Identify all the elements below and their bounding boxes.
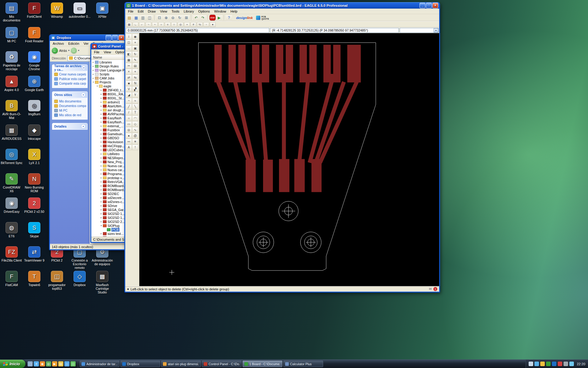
desktop-icon-teamviewer-9[interactable]: ⇄TeamViewer 9: [23, 246, 45, 262]
forward-button[interactable]: →: [71, 48, 77, 54]
tray-usb-icon[interactable]: [564, 362, 568, 366]
dropbox-menu-archivo[interactable]: Archivo: [51, 41, 66, 46]
desktop-icon-drivereasy[interactable]: ◉DriverEasy: [1, 197, 23, 213]
via-drill-button[interactable]: ◎: [178, 22, 183, 27]
redo-button[interactable]: ↷: [200, 15, 206, 21]
tree-expand-icon[interactable]: ▸: [100, 101, 103, 103]
zoom-fit-button[interactable]: ⊡: [156, 15, 163, 21]
eagle-quicklaunch-icon[interactable]: ◫: [70, 361, 76, 366]
display-button[interactable]: %: [197, 22, 203, 27]
rect-tool[interactable]: ▭: [126, 121, 132, 127]
bend-free-button[interactable]: =: [158, 22, 164, 27]
tree-expand-icon[interactable]: ▸: [100, 145, 103, 147]
tree-collapse-icon[interactable]: ▾: [96, 85, 99, 87]
tree-expand-icon[interactable]: ▸: [100, 117, 103, 119]
collapse-chevron-icon[interactable]: »: [81, 93, 85, 97]
desktop-icon-aspire-4-0[interactable]: ▲Aspire 4.0: [1, 76, 23, 92]
pcbquote-logo[interactable]: PCBQUOTE: [256, 16, 269, 20]
internet-explorer-quicklaunch-icon[interactable]: e: [34, 361, 39, 366]
cam-processor-button[interactable]: ◫: [146, 15, 153, 21]
mask-button[interactable]: ▫: [203, 22, 209, 27]
desktop-icon-skype[interactable]: SSkype: [23, 222, 45, 238]
zoom-in-button[interactable]: ⊕: [163, 15, 169, 21]
show-tool[interactable]: ◉: [132, 34, 138, 40]
desktop-icon-maxflash-cartridge-studio[interactable]: ▩Maxflash Cartridge Studio: [91, 271, 113, 294]
tree-expand-icon[interactable]: ▸: [100, 185, 103, 187]
smash-tool[interactable]: ▞: [132, 86, 138, 92]
name-tool[interactable]: N: [132, 80, 138, 86]
pinswap-tool[interactable]: ⇄: [126, 75, 132, 80]
tree-expand-icon[interactable]: ▸: [100, 109, 103, 111]
undo-button[interactable]: ↶: [193, 15, 199, 21]
desktop-icon-lyx-2-1[interactable]: XLyX 2.1: [23, 149, 45, 165]
dropbox-quicklaunch-icon[interactable]: ◇: [64, 361, 70, 366]
tree-expand-icon[interactable]: ▸: [100, 173, 103, 175]
tree-collapse-icon[interactable]: ▾: [92, 81, 95, 83]
taskbar-button-control-panel-c-do[interactable]: Control Panel - C:\Do...: [202, 361, 242, 367]
taskbar-button-1-board-c-docume[interactable]: 1 Board - C:\Docume...: [243, 361, 282, 367]
replace-tool[interactable]: ⇆: [132, 75, 138, 80]
desktop-icon-filezilla-client[interactable]: FZFileZilla Client: [1, 246, 23, 262]
expand-chevron-icon[interactable]: »: [81, 124, 85, 128]
chrome-quicklaunch-icon[interactable]: ◎: [46, 361, 51, 366]
other-places-header[interactable]: Otros sitios »: [52, 92, 87, 98]
hole-button[interactable]: ●: [210, 22, 216, 27]
wire-width-button[interactable]: ≡: [165, 22, 171, 27]
firefox-quicklaunch-icon[interactable]: ◉: [40, 361, 45, 366]
desktop-icon-mi-pc[interactable]: ▢Mi PC: [1, 27, 23, 43]
board-canvas[interactable]: [139, 33, 439, 286]
show-desktop-quicklaunch-icon[interactable]: ▢: [28, 361, 33, 366]
desktop-icon-winamp[interactable]: WWinamp: [46, 2, 68, 18]
tree-expand-icon[interactable]: ▸: [100, 197, 103, 199]
eagle-menu-edit[interactable]: Edit: [136, 9, 146, 14]
route-tool[interactable]: ╱: [126, 104, 132, 109]
value-tool[interactable]: V: [126, 86, 132, 92]
task-item-mi-pc[interactable]: Mi PC: [54, 108, 86, 113]
grid-button[interactable]: ▦: [126, 22, 132, 27]
move-tool[interactable]: ↔: [126, 45, 132, 51]
stop-button[interactable]: STOP: [209, 15, 216, 21]
cp-menu-file[interactable]: File: [92, 50, 102, 55]
back-button[interactable]: ← Atrás ▾: [52, 48, 70, 54]
tree-expand-icon[interactable]: ▸: [100, 141, 103, 143]
tree-expand-icon[interactable]: ▸: [100, 161, 103, 163]
desktop-icon-topwin6[interactable]: TTopwin6: [23, 271, 45, 287]
attribute-tool[interactable]: @: [132, 133, 138, 139]
tree-expand-icon[interactable]: ▸: [100, 217, 103, 219]
task-item-documentos-compartid[interactable]: Documentos compartid...: [54, 104, 86, 108]
desktop-icon-inkscape[interactable]: ◆Inkscape: [23, 125, 45, 140]
desktop-icon-papelera-de-reciclaje[interactable]: ♻Papelera de reciclaje: [1, 51, 23, 71]
desktop-icon-google-chrome[interactable]: ◉Google Chrome: [23, 51, 45, 71]
tray-volume-icon[interactable]: [529, 362, 533, 366]
tray-dropbox-icon[interactable]: [552, 362, 556, 366]
warning-icon[interactable]: !: [433, 287, 437, 291]
task-item-publicar-esta-carpeta-e[interactable]: Publicar esta carpeta e...: [54, 77, 86, 81]
via-tool[interactable]: ◎: [126, 127, 132, 133]
desktop-icon-imgburn[interactable]: ◎ImgBurn: [23, 100, 45, 116]
eagle-menu-library[interactable]: Library: [182, 9, 196, 14]
desktop-icon-avrdudess[interactable]: ▦AVRDUDESS: [1, 125, 23, 140]
eagle-titlebar[interactable]: ◫ 1 Board - C:\Documents and Settings\Ad…: [125, 2, 439, 9]
desktop-icon-xplite[interactable]: ▣XPlite: [91, 2, 113, 18]
designlink-logo[interactable]: designlink: [236, 16, 253, 20]
bend-90-button[interactable]: ¬: [145, 22, 151, 27]
taskbar-button-dropbox[interactable]: Dropbox: [120, 361, 160, 367]
layer-button[interactable]: ▪: [184, 22, 190, 27]
command-line-input[interactable]: ▾: [400, 28, 439, 33]
split-tool[interactable]: Y: [132, 92, 138, 98]
tree-expand-icon[interactable]: ▸: [100, 189, 103, 191]
tree-expand-icon[interactable]: ▸: [100, 193, 103, 195]
forward-dropdown-icon[interactable]: ▾: [78, 49, 79, 52]
taskbar-button-atari-sio-plug-dimensi[interactable]: atari sio plug dimensi...: [161, 361, 201, 367]
eagle-menu-options[interactable]: Options: [196, 9, 212, 14]
tree-expand-icon[interactable]: ▸: [100, 121, 103, 123]
bend-round-button[interactable]: ~: [152, 22, 158, 27]
tree-expand-icon[interactable]: ▸: [100, 232, 103, 235]
mail-icon[interactable]: ✉: [429, 287, 432, 291]
close-button[interactable]: ×: [119, 35, 124, 40]
task-item-mis-documentos[interactable]: Mis documentos: [54, 99, 86, 104]
tree-expand-icon[interactable]: ▸: [100, 169, 103, 171]
task-item-crear-nueva-carpeta[interactable]: Crear nueva carpeta: [54, 72, 86, 77]
tree-expand-icon[interactable]: ▸: [100, 153, 103, 155]
tree-expand-icon[interactable]: ▸: [100, 205, 103, 207]
